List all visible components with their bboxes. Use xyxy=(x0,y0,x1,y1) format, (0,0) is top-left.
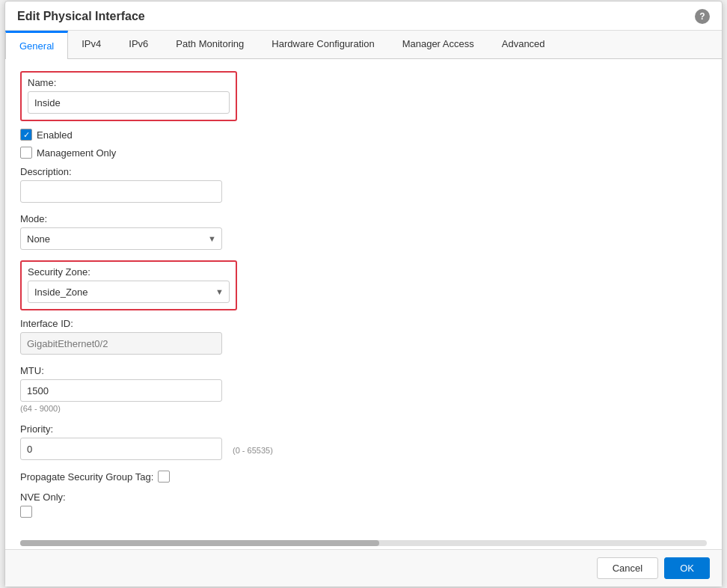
mode-select-wrap: None Passive Inline Tap ERSPAN ▼ xyxy=(20,227,222,250)
cancel-button[interactable]: Cancel xyxy=(597,557,658,579)
tab-ipv6[interactable]: IPv6 xyxy=(115,31,162,58)
priority-hint: (0 - 65535) xyxy=(233,446,273,455)
propagate-sgt-checkbox[interactable] xyxy=(158,471,170,483)
description-input[interactable] xyxy=(20,180,222,203)
description-group: Description: xyxy=(20,166,707,203)
tab-hardware-configuration[interactable]: Hardware Configuration xyxy=(258,31,388,58)
horizontal-scrollbar-track[interactable] xyxy=(20,540,707,546)
mode-group: Mode: None Passive Inline Tap ERSPAN ▼ xyxy=(20,213,707,250)
enabled-checkbox-label[interactable]: Enabled xyxy=(20,129,73,141)
management-only-group: Management Only xyxy=(20,147,707,159)
name-input[interactable] xyxy=(28,91,230,114)
description-label: Description: xyxy=(20,166,707,177)
mtu-input[interactable] xyxy=(20,379,222,402)
propagate-sgt-group: Propagate Security Group Tag: xyxy=(20,471,707,483)
interface-id-group: Interface ID: xyxy=(20,318,707,355)
mode-label: Mode: xyxy=(20,213,707,224)
edit-physical-interface-dialog: Edit Physical Interface ? General IPv4 I… xyxy=(4,1,723,587)
management-only-label: Management Only xyxy=(37,147,116,159)
nve-only-checkbox[interactable] xyxy=(20,506,32,518)
nve-only-label: NVE Only: xyxy=(20,491,707,503)
mode-select[interactable]: None Passive Inline Tap ERSPAN xyxy=(20,227,222,250)
security-zone-select[interactable]: Inside_Zone Outside_Zone DMZ_Zone xyxy=(28,281,230,303)
management-only-checkbox[interactable] xyxy=(20,147,32,159)
name-label: Name: xyxy=(28,77,230,88)
tab-manager-access[interactable]: Manager Access xyxy=(389,31,488,58)
mtu-group: MTU: (64 - 9000) xyxy=(20,365,707,413)
interface-id-input xyxy=(20,332,222,355)
security-zone-label: Security Zone: xyxy=(28,266,230,278)
dialog-title: Edit Physical Interface xyxy=(17,10,145,23)
dialog-body: Name: Enabled Management Only Descriptio… xyxy=(5,59,722,537)
scrollbar-area xyxy=(5,537,722,549)
tab-advanced[interactable]: Advanced xyxy=(488,31,559,58)
name-group: Name: xyxy=(20,71,237,121)
tab-path-monitoring[interactable]: Path Monitoring xyxy=(162,31,258,58)
nve-only-group: NVE Only: xyxy=(20,491,707,518)
tab-ipv4[interactable]: IPv4 xyxy=(68,31,115,58)
interface-id-label: Interface ID: xyxy=(20,318,707,329)
priority-input[interactable] xyxy=(20,438,222,460)
dialog-footer: Cancel OK xyxy=(5,549,722,587)
security-zone-select-wrap: Inside_Zone Outside_Zone DMZ_Zone ▼ xyxy=(28,281,230,303)
priority-label: Priority: xyxy=(20,423,707,435)
propagate-sgt-label: Propagate Security Group Tag: xyxy=(20,471,153,483)
enabled-checkbox[interactable] xyxy=(20,129,32,141)
management-only-checkbox-label[interactable]: Management Only xyxy=(20,147,707,159)
help-icon[interactable]: ? xyxy=(695,9,710,24)
priority-row: (0 - 65535) xyxy=(20,438,707,460)
mtu-hint: (64 - 9000) xyxy=(20,404,707,413)
ok-button[interactable]: OK xyxy=(664,557,710,579)
dialog-header: Edit Physical Interface ? xyxy=(5,1,722,31)
security-zone-group: Security Zone: Inside_Zone Outside_Zone … xyxy=(20,260,237,310)
enabled-row: Enabled xyxy=(20,129,707,141)
tab-bar: General IPv4 IPv6 Path Monitoring Hardwa… xyxy=(5,31,722,59)
tab-general[interactable]: General xyxy=(5,31,68,59)
horizontal-scrollbar-thumb[interactable] xyxy=(20,540,379,546)
mtu-label: MTU: xyxy=(20,365,707,376)
enabled-label: Enabled xyxy=(37,129,73,141)
priority-group: Priority: (0 - 65535) xyxy=(20,423,707,460)
